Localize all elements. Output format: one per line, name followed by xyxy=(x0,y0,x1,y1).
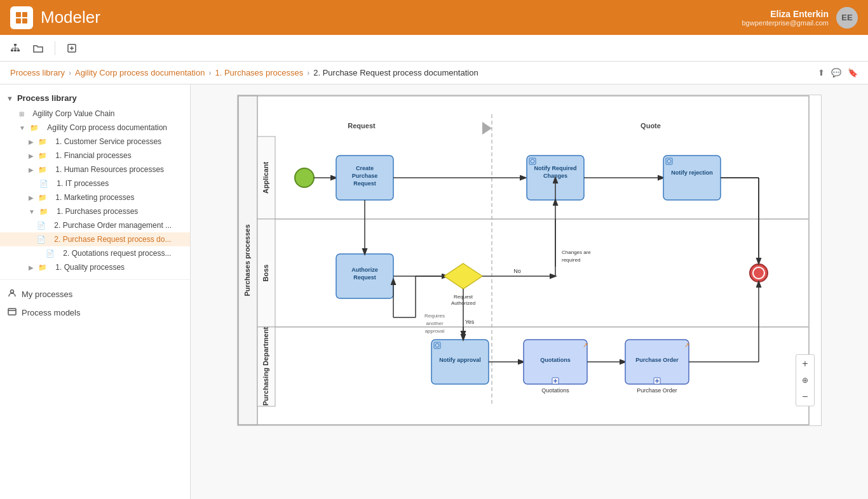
svg-text:Purchase Order: Purchase Order xyxy=(635,357,679,363)
svg-rect-7 xyxy=(17,50,20,51)
breadcrumb: Process library › Agility Corp process d… xyxy=(0,62,868,84)
zoom-out-button[interactable]: − xyxy=(797,389,813,404)
svg-rect-6 xyxy=(14,50,17,51)
svg-text:Purchase Order: Purchase Order xyxy=(637,387,677,394)
svg-text:approval: approval xyxy=(425,328,445,334)
svg-text:Notify rejection: Notify rejection xyxy=(671,170,713,176)
breadcrumb-actions: ⬆ 💬 🔖 xyxy=(818,68,858,77)
chevron-down-icon: ▼ xyxy=(6,95,13,102)
svg-text:↗: ↗ xyxy=(684,342,689,349)
svg-text:required: required xyxy=(562,257,580,263)
org-chart-icon[interactable] xyxy=(6,39,24,57)
svg-text:Quote: Quote xyxy=(641,122,661,130)
breadcrumb-sep-3: › xyxy=(307,69,309,77)
svg-text:Create: Create xyxy=(356,165,374,171)
sidebar-item-label: Agility Corp Value Chain xyxy=(32,109,114,118)
svg-text:Applicant: Applicant xyxy=(262,162,269,194)
svg-text:Yes: Yes xyxy=(465,319,475,325)
sidebar-section-process-library[interactable]: ▼ Process library xyxy=(0,90,190,107)
sidebar-item-purchases[interactable]: ▼ 📁 1. Purchases processes xyxy=(0,204,190,218)
app-header: Modeler Eliza Enterkin bgwpenterprise@gm… xyxy=(0,0,868,35)
breadcrumb-sep-1: › xyxy=(69,69,71,77)
sidebar-item-hr[interactable]: ▶ 📁 1. Human Resources processes xyxy=(0,163,190,176)
breadcrumb-agility-corp[interactable]: Agility Corp process documentation xyxy=(75,68,205,77)
sidebar-item-quality[interactable]: ▶ 📁 1. Quality processes xyxy=(0,260,190,274)
avatar[interactable]: EE xyxy=(836,7,858,29)
svg-text:Request: Request xyxy=(353,274,376,281)
sidebar-item-label: 1. Quality processes xyxy=(55,263,125,272)
bookmark-icon[interactable]: 🔖 xyxy=(848,68,858,77)
sidebar-item-label: 1. IT processes xyxy=(57,179,109,188)
my-processes-label: My processes xyxy=(22,289,72,299)
svg-text:another: another xyxy=(426,321,443,326)
my-processes-icon xyxy=(8,289,17,300)
svg-text:Request: Request xyxy=(348,122,376,130)
process-models-icon xyxy=(8,307,17,318)
svg-text:No: No xyxy=(513,268,521,274)
svg-text:Authorize: Authorize xyxy=(351,267,378,273)
breadcrumb-current: 2. Purchase Request process documentatio… xyxy=(313,68,478,77)
app-name: Modeler xyxy=(41,8,100,27)
sidebar: ▼ Process library ⊞ Agility Corp Value C… xyxy=(0,84,191,499)
svg-text:Quotations: Quotations xyxy=(541,387,569,394)
svg-rect-2 xyxy=(16,18,21,23)
sidebar-bottom: My processes Process models xyxy=(0,279,190,322)
header-right: Eliza Enterkin bgwpenterprise@gmail.com … xyxy=(742,7,858,29)
sidebar-item-label: 1. Purchases processes xyxy=(57,207,138,216)
svg-text:Purchases processes: Purchases processes xyxy=(243,224,251,296)
expand-icon[interactable] xyxy=(63,39,81,57)
svg-point-34 xyxy=(295,168,314,187)
sidebar-item-label: 1. Human Resources processes xyxy=(55,165,164,174)
zoom-in-button[interactable]: + xyxy=(797,356,813,371)
svg-rect-0 xyxy=(16,12,21,17)
process-models-label: Process models xyxy=(22,308,80,317)
zoom-fit-button[interactable]: ⊕ xyxy=(797,373,813,388)
sidebar-item-customer-service[interactable]: ▶ 📁 1. Customer Service processes xyxy=(0,135,190,149)
svg-text:Notify Required: Notify Required xyxy=(534,165,576,171)
sidebar-item-purchase-request[interactable]: 📄 2. Purchase Request process do... xyxy=(0,232,190,246)
sidebar-item-label: 2. Purchase Request process do... xyxy=(54,235,171,244)
folder-icon[interactable] xyxy=(29,39,47,57)
sidebar-my-processes[interactable]: My processes xyxy=(0,285,190,303)
svg-rect-5 xyxy=(11,50,13,51)
svg-text:Requires: Requires xyxy=(424,313,445,319)
sidebar-item-marketing[interactable]: ▶ 📁 1. Marketing processes xyxy=(0,190,190,204)
breadcrumb-sep-2: › xyxy=(208,69,211,77)
user-info: Eliza Enterkin bgwpenterprise@gmail.com xyxy=(742,9,829,27)
svg-text:Request: Request xyxy=(353,180,376,187)
toolbar xyxy=(0,35,868,62)
svg-text:↗: ↗ xyxy=(583,342,588,349)
svg-text:Notify approval: Notify approval xyxy=(439,357,481,363)
bpmn-diagram: Purchases processes Request Quote Ap xyxy=(238,95,810,425)
sidebar-item-it[interactable]: 📄 1. IT processes xyxy=(0,176,190,190)
sidebar-item-quotations-request[interactable]: 📄 2. Quotations request process... xyxy=(0,246,190,260)
app-logo[interactable] xyxy=(10,6,33,29)
zoom-controls: + ⊕ − xyxy=(796,354,815,406)
sidebar-section-title: Process library xyxy=(17,93,77,103)
sidebar-item-label: 2. Purchase Order management ... xyxy=(54,221,172,230)
svg-text:Changes are: Changes are xyxy=(562,250,591,255)
svg-text:Boss: Boss xyxy=(262,265,269,282)
svg-point-16 xyxy=(11,290,14,293)
process-canvas: Purchases processes Request Quote Ap xyxy=(237,95,822,426)
comment-icon[interactable]: 💬 xyxy=(831,68,841,77)
sidebar-item-value-chain[interactable]: ⊞ Agility Corp Value Chain xyxy=(0,107,190,121)
sidebar-item-label: 1. Financial processes xyxy=(55,151,131,160)
user-name: Eliza Enterkin xyxy=(742,9,829,19)
breadcrumb-purchases[interactable]: 1. Purchases processes xyxy=(215,68,303,77)
sidebar-item-agility-corp[interactable]: ▼ 📁 Agility Corp process documentation xyxy=(0,121,190,135)
svg-rect-1 xyxy=(22,12,27,17)
breadcrumb-process-library[interactable]: Process library xyxy=(10,68,65,77)
upload-icon[interactable]: ⬆ xyxy=(818,68,825,77)
svg-text:Purchase: Purchase xyxy=(352,173,378,179)
svg-rect-4 xyxy=(14,44,17,46)
user-email: bgwpenterprise@gmail.com xyxy=(742,19,829,27)
main-layout: ▼ Process library ⊞ Agility Corp Value C… xyxy=(0,84,868,499)
sidebar-item-purchase-order[interactable]: 📄 2. Purchase Order management ... xyxy=(0,218,190,232)
svg-text:Purchasing Department: Purchasing Department xyxy=(262,327,269,406)
sidebar-item-financial[interactable]: ▶ 📁 1. Financial processes xyxy=(0,149,190,163)
toolbar-divider xyxy=(55,41,55,55)
canvas-area: Purchases processes Request Quote Ap xyxy=(191,84,868,499)
sidebar-item-label: 1. Customer Service processes xyxy=(55,137,161,146)
sidebar-process-models[interactable]: Process models xyxy=(0,303,190,322)
